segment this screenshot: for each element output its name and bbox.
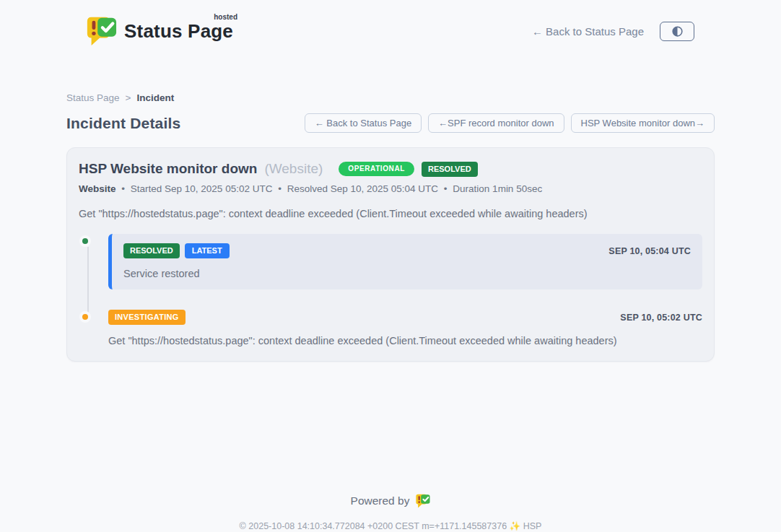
incident-description: Get "https://hostedstatus.page": context… [79,208,702,219]
back-to-status-page-button[interactable]: ← Back to Status Page [305,113,422,133]
page-title: Incident Details [66,115,180,132]
timeline-investigating-timestamp: SEP 10, 05:02 UTC [620,313,702,323]
header-actions: ← Back to Status Page [532,22,694,41]
brand-superscript: hosted [214,13,237,21]
incident-duration: Duration 1min 50sec [453,183,542,194]
header-back-to-status-link[interactable]: ← Back to Status Page [532,25,644,38]
brand-name: Status Page [124,20,233,43]
breadcrumb: Status Page > Incident [66,92,715,103]
resolved-timeline-dot [79,235,91,247]
started-timestamp: Started Sep 10, 2025 05:02 UTC [131,183,273,194]
timeline-resolved-timestamp: SEP 10, 05:04 UTC [608,246,691,256]
footer-brand-logo-icon[interactable] [415,493,430,509]
incident-meta: Website • Started Sep 10, 2025 05:02 UTC… [79,183,702,194]
investigating-timeline-dot [79,311,91,323]
incident-timeline: RESOLVED LATEST SEP 10, 05:04 UTC Servic… [79,234,702,346]
incident-card: HSP Website monitor down (Website) OPERA… [66,147,715,362]
operational-status-badge: OPERATIONAL [339,162,414,176]
resolved-timestamp: Resolved Sep 10, 2025 05:04 UTC [287,183,438,194]
incident-title: HSP Website monitor down [79,161,257,177]
breadcrumb-status-page[interactable]: Status Page [66,92,120,103]
timeline-investigating-message: Get "https://hostedstatus.page": context… [108,335,702,346]
timeline-resolved-message: Service restored [123,268,691,279]
half-circle-theme-icon [671,25,684,38]
breadcrumb-incident: Incident [136,92,174,103]
monitor-name: Website [79,183,116,194]
timeline-latest-badge: LATEST [185,243,230,258]
timeline-resolved-badge: RESOLVED [123,243,180,258]
timeline-investigating-badge: INVESTIGATING [108,310,186,325]
previous-incident-button[interactable]: ←SPF record monitor down [428,113,564,133]
status-page-logo-icon [85,14,117,48]
resolved-update-box: RESOLVED LATEST SEP 10, 05:04 UTC Servic… [108,234,702,289]
incident-component: (Website) [264,161,323,177]
timeline-item-investigating: INVESTIGATING SEP 10, 05:02 UTC Get "htt… [79,310,702,346]
app-header: Status Page hosted ← Back to Status Page [0,0,781,52]
next-incident-button[interactable]: HSP Website monitor down→ [571,113,715,133]
copyright-text: © 2025-10-08 14:10:34.772084 +0200 CEST … [66,520,715,531]
main-content: Status Page > Incident Incident Details … [66,92,715,531]
brand-logo[interactable]: Status Page hosted [85,14,233,48]
theme-toggle-button[interactable] [660,22,694,41]
incident-nav-buttons: ← Back to Status Page ←SPF record monito… [305,113,715,133]
resolved-state-badge: RESOLVED [422,162,478,177]
timeline-item-resolved: RESOLVED LATEST SEP 10, 05:04 UTC Servic… [79,234,702,289]
breadcrumb-separator: > [126,92,131,103]
page-footer: Powered by © 2025-10-08 14:10:34.772084 … [66,493,715,531]
powered-by-label: Powered by [351,494,410,507]
